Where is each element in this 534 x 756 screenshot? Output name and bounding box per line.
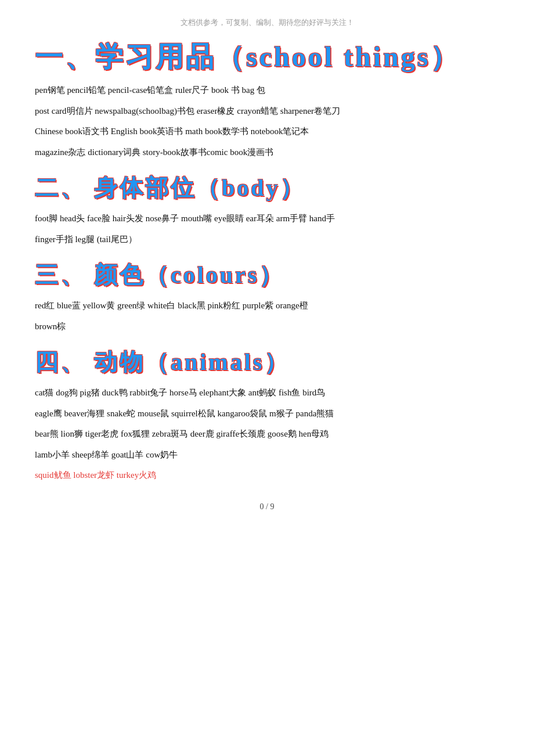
section-school: 一、学习用品（school things） pen钢笔 pencil铅笔 pen… — [35, 38, 499, 161]
animals-content-3: bear熊 lion狮 tiger老虎 fox狐狸 zebra斑马 deer鹿 … — [35, 425, 499, 444]
section-title-animals: 四、 动物（animals） — [35, 346, 499, 378]
school-content-1: pen钢笔 pencil铅笔 pencil-case铅笔盒 ruler尺子 bo… — [35, 81, 499, 100]
page-number: 0 / 9 — [35, 502, 499, 512]
school-content-2: post card明信片 newspalbag(schoolbag)书包 era… — [35, 102, 499, 121]
body-content-2: finger手指 leg腿 (tail尾巴） — [35, 231, 499, 249]
header-notice: 文档供参考，可复制、编制、期待您的好评与关注！ — [35, 17, 499, 28]
section-animals: 四、 动物（animals） cat猫 dog狗 pig猪 duck鸭 rabb… — [35, 346, 499, 485]
animals-content-2: eagle鹰 beaver海狸 snake蛇 mouse鼠 squirrel松鼠… — [35, 405, 499, 423]
colours-content-1: red红 blue蓝 yellow黄 green绿 white白 black黑 … — [35, 297, 499, 315]
school-content-4: magazine杂志 dictionary词典 story-book故事书com… — [35, 143, 499, 162]
section-body: 二、 身体部位（body） foot脚 head头 face脸 hair头发 n… — [35, 172, 499, 249]
section-colours: 三、 颜色（colours） red红 blue蓝 yellow黄 green绿… — [35, 259, 499, 336]
document-header: 文档供参考，可复制、编制、期待您的好评与关注！ — [35, 17, 499, 28]
animals-content-red: squid鱿鱼 lobster龙虾 turkey火鸡 — [35, 466, 499, 485]
school-content-3: Chinese book语文书 English book英语书 math boo… — [35, 123, 499, 141]
animals-content-1: cat猫 dog狗 pig猪 duck鸭 rabbit兔子 horse马 ele… — [35, 384, 499, 402]
colours-content-2: brown棕 — [35, 318, 499, 336]
animals-content-4: lamb小羊 sheep绵羊 goat山羊 cow奶牛 — [35, 446, 499, 465]
section-title-colours: 三、 颜色（colours） — [35, 259, 499, 291]
body-content-1: foot脚 head头 face脸 hair头发 nose鼻子 mouth嘴 e… — [35, 210, 499, 228]
section-title-school: 一、学习用品（school things） — [35, 38, 499, 75]
section-title-body: 二、 身体部位（body） — [35, 172, 499, 204]
